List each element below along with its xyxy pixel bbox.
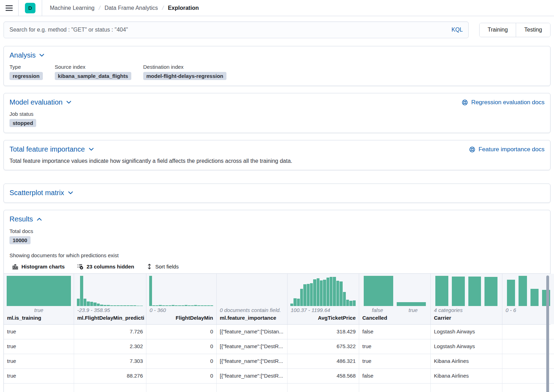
grid-cell[interactable] [359, 384, 431, 392]
model-evaluation-title: Model evaluation [9, 98, 62, 106]
grid-cell[interactable]: Logstash Airways [431, 325, 502, 339]
scatterplot-matrix-section-toggle[interactable]: Scatterplot matrix [9, 189, 73, 197]
toolbar-label: Histogram charts [21, 264, 65, 270]
search-input[interactable] [9, 27, 447, 33]
histogram-bar [327, 278, 329, 306]
grid-cell[interactable]: Logstash Airways [431, 339, 502, 354]
kql-search-bar[interactable]: KQL [4, 21, 469, 38]
grid-cell[interactable]: 318.429 [288, 325, 359, 339]
column-histogram [217, 274, 287, 306]
column-name: Carrier [431, 314, 502, 324]
histogram-bar [123, 305, 126, 306]
column-range-label: 0 documents contain field. [217, 306, 287, 314]
histogram-bar [165, 305, 168, 306]
histogram-bar [97, 304, 100, 306]
column-header-ml.feature_importance[interactable]: 0 documents contain field.ml.feature_imp… [217, 274, 288, 324]
grid-cell[interactable]: false [359, 369, 431, 384]
breadcrumb-machine-learning[interactable]: Machine Learning [50, 5, 94, 11]
grid-cell[interactable]: true [4, 325, 74, 339]
grid-cell[interactable]: [{"feature_name":["DestR... [217, 339, 288, 354]
space-avatar[interactable]: D [25, 3, 35, 13]
sort-fields-button[interactable]: Sort fields [147, 264, 179, 270]
histogram-bar [175, 305, 178, 306]
grid-cell[interactable]: 0 [146, 325, 217, 339]
hamburger-menu-icon[interactable] [0, 0, 18, 16]
column-header-ml.is_training[interactable]: trueml.is_training [4, 274, 74, 324]
column-header-AvgTicketPrice[interactable]: 100.37 - 1199.64AvgTicketPrice [288, 274, 359, 324]
column-name: AvgTicketPrice [288, 314, 359, 324]
grid-cell[interactable]: 7.303 [74, 354, 146, 369]
grid-cell[interactable]: 486.321 [288, 354, 359, 369]
kql-language-button[interactable]: KQL [447, 27, 463, 33]
grid-cell[interactable]: [{"feature_name":["DestR... [217, 369, 288, 384]
total-feature-importance-section-toggle[interactable]: Total feature importance [9, 145, 94, 153]
grid-cell[interactable]: true [4, 369, 74, 384]
grid-cell[interactable]: 458.568 [288, 369, 359, 384]
chevron-up-icon [37, 218, 42, 221]
breadcrumb-data-frame-analytics[interactable]: Data Frame Analytics [105, 5, 158, 11]
sort-icon [147, 264, 152, 270]
grid-cell[interactable]: 0 [146, 354, 217, 369]
grid-cell[interactable]: 675.322 [288, 339, 359, 354]
results-section-toggle[interactable]: Results [9, 215, 42, 223]
histogram-bar [194, 305, 197, 306]
grid-cell[interactable] [74, 384, 146, 392]
grid-cell[interactable] [146, 384, 217, 392]
scatterplot-matrix-title: Scatterplot matrix [9, 189, 64, 197]
total-docs-badge: 10000 [9, 236, 31, 244]
grid-cell[interactable] [431, 384, 502, 392]
analysis-panel: Analysis Type regression Source index ki… [4, 46, 550, 86]
grid-cell[interactable]: [{"feature_name":["DestR... [217, 354, 288, 369]
grid-cell[interactable]: 7.726 [74, 325, 146, 339]
histogram-bar [137, 306, 139, 306]
grid-cell[interactable]: false [359, 325, 431, 339]
histogram-bar [140, 306, 143, 306]
histogram-bar [185, 305, 187, 306]
histogram-bar [110, 305, 113, 306]
grid-cell[interactable] [217, 384, 288, 392]
column-header-ml.FlightDelayMin_predicti[interactable]: -23.9 - 358.95ml.FlightDelayMin_predicti [74, 274, 146, 324]
grid-cell[interactable]: true [4, 354, 74, 369]
help-icon [469, 146, 475, 153]
table-row: true2.3020[{"feature_name":["DestR...675… [4, 339, 550, 354]
model-evaluation-section-toggle[interactable]: Model evaluation [9, 98, 71, 106]
column-range-label: true [409, 307, 418, 314]
grid-cell[interactable]: true [4, 339, 74, 354]
histogram-charts-button[interactable]: Histogram charts [12, 264, 65, 270]
vertical-scrollbar[interactable] [546, 275, 549, 392]
toolbar-label: 23 columns hidden [86, 264, 134, 270]
columns-hidden-button[interactable]: 23 columns hidden [77, 264, 134, 270]
search-row: KQL Training Testing [4, 21, 550, 38]
grid-cell[interactable]: 0 [146, 369, 217, 384]
grid-cell[interactable]: [{"feature_name":["Distan... [217, 325, 288, 339]
grid-cell[interactable] [288, 384, 359, 392]
grid-cell[interactable]: 2.302 [74, 339, 146, 354]
total-docs-field: Total docs 10000 [9, 228, 33, 244]
analysis-section-toggle[interactable]: Analysis [9, 51, 44, 59]
histogram-bar [307, 284, 310, 306]
testing-filter-button[interactable]: Testing [516, 23, 550, 37]
grid-cell[interactable]: 0 [146, 339, 217, 354]
grid-cell[interactable]: Kibana Airlines [431, 369, 502, 384]
column-header-Cancelled[interactable]: falsetrueCancelled [359, 274, 431, 324]
grid-cell[interactable] [4, 384, 74, 392]
grid-cell[interactable]: 88.276 [74, 369, 146, 384]
column-header-FlightDelayMin[interactable]: 0 - 360FlightDelayMin [146, 274, 217, 324]
grid-cell[interactable]: true [359, 339, 431, 354]
histogram-bar [300, 289, 303, 306]
column-histogram [146, 274, 216, 306]
histogram-bar [346, 300, 349, 306]
feature-importance-docs-link[interactable]: Feature importance docs [469, 146, 545, 153]
histogram-bar [339, 281, 342, 306]
histogram-bar [468, 277, 481, 306]
grid-cell[interactable]: true [359, 354, 431, 369]
histogram-bar [100, 305, 103, 306]
type-badge: regression [9, 72, 43, 80]
histogram-bar [530, 289, 539, 306]
column-header-Carrier[interactable]: 4 categoriesCarrier [431, 274, 502, 324]
regression-evaluation-docs-link[interactable]: Regression evaluation docs [462, 99, 545, 106]
training-filter-button[interactable]: Training [480, 23, 516, 37]
grid-cell[interactable]: Kibana Airlines [431, 354, 502, 369]
breadcrumb: Machine Learning / Data Frame Analytics … [42, 0, 199, 16]
histogram-bar [435, 276, 448, 306]
